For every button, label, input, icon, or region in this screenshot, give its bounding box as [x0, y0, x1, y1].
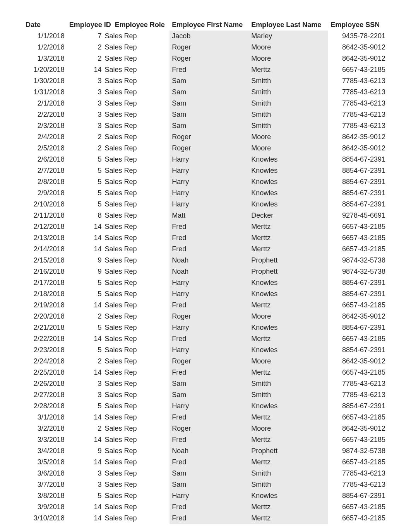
cell-ssn: 9435-78-2201: [328, 31, 388, 42]
cell-first-name: Harry: [170, 165, 249, 176]
cell-employee-id: 5: [67, 288, 103, 300]
cell-employee-id: 7: [67, 31, 103, 42]
cell-ssn: 7785-43-6213: [328, 87, 388, 98]
cell-last-name: Merttz: [249, 64, 328, 75]
cell-ssn: 8854-67-2391: [328, 188, 388, 199]
cell-employee-id: 2: [67, 356, 103, 367]
cell-employee-role: Sales Rep: [103, 109, 170, 120]
cell-first-name: Harry: [170, 199, 249, 210]
table-row: 3/6/20183Sales RepSamSmitth7785-43-6213: [23, 468, 388, 479]
cell-first-name: Sam: [170, 109, 249, 120]
cell-employee-role: Sales Rep: [103, 322, 170, 333]
cell-first-name: Harry: [170, 188, 249, 199]
cell-employee-role: Sales Rep: [103, 378, 170, 389]
table-row: 3/4/20189Sales RepNoahProphett9874-32-57…: [23, 445, 388, 457]
cell-employee-role: Sales Rep: [103, 277, 170, 288]
cell-date: 3/6/2018: [23, 468, 67, 479]
table-row: 2/12/201814Sales RepFredMerttz6657-43-21…: [23, 221, 388, 232]
table-row: 2/4/20182Sales RepRogerMoore8642-35-9012: [23, 131, 388, 143]
cell-date: 2/15/2018: [23, 255, 67, 266]
table-row: 3/7/20183Sales RepSamSmitth7785-43-6213: [23, 479, 388, 490]
cell-first-name: Harry: [170, 322, 249, 333]
cell-first-name: Sam: [170, 87, 249, 98]
cell-employee-id: 5: [67, 490, 103, 501]
cell-employee-id: 5: [67, 322, 103, 333]
cell-date: 2/17/2018: [23, 277, 67, 288]
cell-employee-role: Sales Rep: [103, 490, 170, 501]
cell-ssn: 7785-43-6213: [328, 98, 388, 109]
cell-employee-role: Sales Rep: [103, 412, 170, 423]
cell-ssn: 8642-35-9012: [328, 311, 388, 322]
cell-first-name: Sam: [170, 120, 249, 131]
cell-employee-role: Sales Rep: [103, 210, 170, 221]
cell-employee-role: Sales Rep: [103, 401, 170, 412]
cell-first-name: Sam: [170, 75, 249, 87]
cell-employee-id: 2: [67, 143, 103, 154]
cell-first-name: Roger: [170, 423, 249, 434]
table-row: 1/31/20183Sales RepSamSmitth7785-43-6213: [23, 87, 388, 98]
cell-ssn: 8854-67-2391: [328, 165, 388, 176]
cell-employee-id: 14: [67, 367, 103, 378]
cell-employee-id: 3: [67, 378, 103, 389]
cell-ssn: 8854-67-2391: [328, 322, 388, 333]
cell-first-name: Noah: [170, 266, 249, 277]
cell-first-name: Noah: [170, 255, 249, 266]
cell-ssn: 7785-43-6213: [328, 109, 388, 120]
table-header-row: Date Employee ID Employee Role Employee …: [23, 19, 388, 31]
table-row: 1/3/20182Sales RepRogerMoore8642-35-9012: [23, 53, 388, 64]
cell-employee-id: 3: [67, 87, 103, 98]
cell-ssn: 7785-43-6213: [328, 389, 388, 401]
cell-first-name: Jacob: [170, 31, 249, 42]
cell-last-name: Knowles: [249, 401, 328, 412]
cell-ssn: 6657-43-2185: [328, 501, 388, 513]
cell-date: 2/14/2018: [23, 244, 67, 255]
cell-ssn: 7785-43-6213: [328, 479, 388, 490]
table-row: 3/5/201814Sales RepFredMerttz6657-43-218…: [23, 457, 388, 468]
cell-employee-role: Sales Rep: [103, 266, 170, 277]
cell-date: 1/2/2018: [23, 42, 67, 53]
cell-last-name: Merttz: [249, 367, 328, 378]
cell-employee-role: Sales Rep: [103, 311, 170, 322]
cell-employee-id: 3: [67, 479, 103, 490]
cell-employee-role: Sales Rep: [103, 333, 170, 344]
cell-first-name: Harry: [170, 490, 249, 501]
cell-last-name: Moore: [249, 131, 328, 143]
cell-ssn: 8642-35-9012: [328, 131, 388, 143]
cell-employee-id: 14: [67, 221, 103, 232]
cell-ssn: 8854-67-2391: [328, 176, 388, 188]
cell-first-name: Matt: [170, 210, 249, 221]
cell-date: 2/3/2018: [23, 120, 67, 131]
cell-first-name: Harry: [170, 288, 249, 300]
cell-ssn: 6657-43-2185: [328, 300, 388, 311]
cell-employee-role: Sales Rep: [103, 501, 170, 513]
table-row: 2/18/20185Sales RepHarryKnowles8854-67-2…: [23, 288, 388, 300]
cell-last-name: Knowles: [249, 176, 328, 188]
header-employee-role: Employee Role: [115, 21, 165, 29]
cell-ssn: 6657-43-2185: [328, 221, 388, 232]
cell-employee-role: Sales Rep: [103, 64, 170, 75]
cell-last-name: Smitth: [249, 75, 328, 87]
cell-employee-id: 5: [67, 165, 103, 176]
cell-ssn: 6657-43-2185: [328, 64, 388, 75]
table-body: 1/1/20187Sales RepJacobMarley9435-78-220…: [23, 31, 388, 524]
table-row: 2/1/20183Sales RepSamSmitth7785-43-6213: [23, 98, 388, 109]
table-row: 2/21/20185Sales RepHarryKnowles8854-67-2…: [23, 322, 388, 333]
cell-employee-role: Sales Rep: [103, 468, 170, 479]
cell-ssn: 7785-43-6213: [328, 468, 388, 479]
cell-last-name: Prophett: [249, 445, 328, 457]
table-row: 2/28/20185Sales RepHarryKnowles8854-67-2…: [23, 401, 388, 412]
cell-last-name: Knowles: [249, 154, 328, 165]
table-row: 2/14/201814Sales RepFredMerttz6657-43-21…: [23, 244, 388, 255]
employee-table: Date Employee ID Employee Role Employee …: [23, 19, 388, 524]
cell-date: 3/2/2018: [23, 423, 67, 434]
cell-date: 2/26/2018: [23, 378, 67, 389]
cell-employee-role: Sales Rep: [103, 356, 170, 367]
cell-employee-role: Sales Rep: [103, 42, 170, 53]
cell-employee-role: Sales Rep: [103, 53, 170, 64]
cell-first-name: Fred: [170, 434, 249, 445]
cell-employee-id: 14: [67, 412, 103, 423]
cell-date: 1/30/2018: [23, 75, 67, 87]
cell-employee-id: 14: [67, 244, 103, 255]
cell-last-name: Marley: [249, 31, 328, 42]
cell-first-name: Harry: [170, 176, 249, 188]
